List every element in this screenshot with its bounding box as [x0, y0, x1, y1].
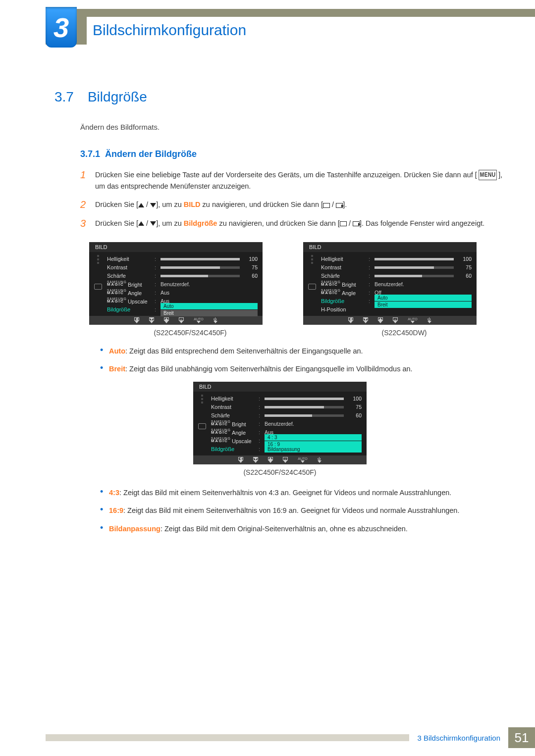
osd-footer: ↵ AUTO ⏻: [89, 316, 263, 325]
panel-caption-2: (S22C450DW): [303, 329, 505, 337]
page-footer: 3 Bildschirmkonfiguration 51: [46, 727, 535, 748]
section-heading: 3.7Bildgröße: [54, 89, 505, 105]
section-number: 3.7: [54, 89, 74, 104]
source-icon: [340, 221, 347, 226]
osd-highlight: Bildgröße: [107, 306, 152, 312]
section-title: Bildgröße: [88, 89, 147, 104]
chapter-title: Bildschirmkonfiguration: [87, 17, 535, 45]
section-intro: Ändern des Bildformats.: [80, 123, 505, 131]
down-icon: [150, 203, 156, 207]
subsection-title: Ändern der Bildgröße: [105, 149, 197, 159]
step-1: 1 Drücken Sie eine beliebige Taste auf d…: [80, 169, 505, 192]
bildgroesse-keyword: Bildgröße: [184, 219, 217, 227]
osd-panel-3: BILD Helligkeit:100 Kontrast:75 Schärfe:…: [193, 382, 367, 464]
osd-panel-2: BILD Helligkeit:100 Kontrast:75 Schärfe:…: [303, 242, 477, 325]
page-number: 51: [508, 727, 535, 748]
subsection-number: 3.7.1: [80, 149, 100, 159]
up-icon: [138, 221, 144, 226]
panel-caption-3: (S22C450F/S24C450F): [193, 468, 367, 476]
source-icon: [323, 203, 330, 208]
step-3: 3 Drücken Sie [ / ], um zu Bildgröße zu …: [80, 218, 505, 229]
bullet-list-2: •4:3: Zeigt das Bild mit einem Seitenver…: [100, 487, 505, 534]
panel-caption-1: (S22C450F/S24C450F): [89, 329, 291, 337]
picture-tab-icon: [94, 284, 102, 290]
step-2: 2 Drücken Sie [ / ], um zu BILD zu navig…: [80, 199, 505, 210]
down-icon: [150, 221, 156, 226]
enter-icon: [336, 203, 343, 208]
subsection-heading: 3.7.1Ändern der Bildgröße: [80, 149, 505, 159]
bullet-list-1: •Auto: Zeigt das Bild entsprechend dem S…: [100, 346, 505, 375]
menu-icon: MENU: [479, 170, 497, 180]
footer-label: 3 Bildschirmkonfiguration: [409, 734, 508, 742]
osd-title: BILD: [89, 242, 263, 252]
bild-keyword: BILD: [184, 201, 201, 208]
chapter-number-badge: 3: [46, 7, 77, 48]
enter-icon: [353, 221, 360, 226]
up-icon: [138, 203, 144, 207]
step-list: 1 Drücken Sie eine beliebige Taste auf d…: [80, 169, 505, 229]
osd-panel-1: BILD Helligkeit:100 Kontrast:75 Schärfe:…: [89, 242, 263, 325]
